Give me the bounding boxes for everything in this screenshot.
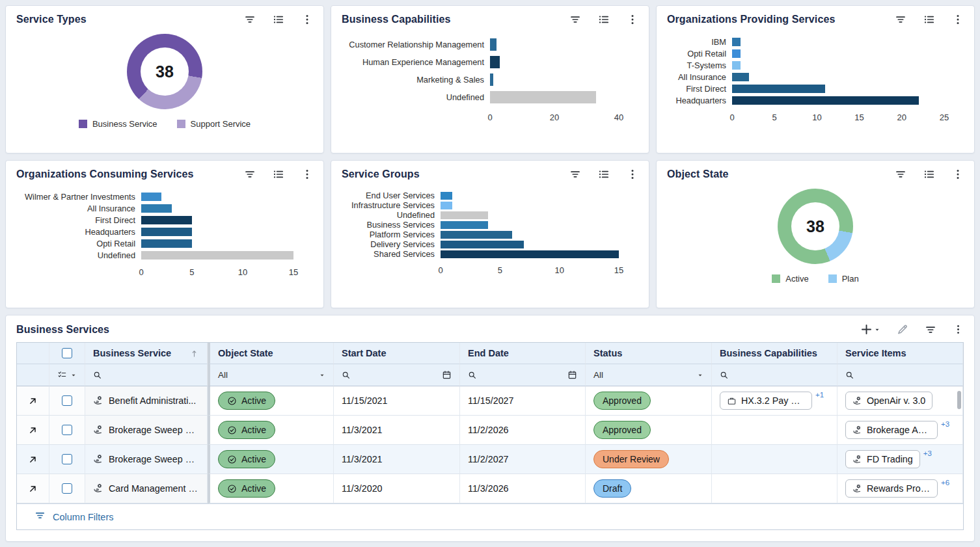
bar[interactable] — [490, 38, 497, 51]
bar[interactable] — [141, 216, 192, 224]
add-button[interactable] — [860, 323, 880, 336]
donut-ring[interactable]: 38 — [778, 189, 853, 264]
more-count-badge[interactable]: +1 — [815, 391, 824, 399]
column-header-service_items[interactable]: Service Items — [837, 343, 963, 364]
kebab-icon[interactable] — [627, 14, 638, 25]
bar[interactable] — [732, 38, 741, 46]
filter-end[interactable] — [460, 364, 586, 386]
filter-select[interactable] — [49, 364, 85, 386]
kebab-icon[interactable] — [627, 168, 638, 180]
bar[interactable] — [490, 73, 493, 86]
select-all-checkbox[interactable] — [62, 348, 72, 358]
vertical-scrollbar[interactable] — [957, 391, 961, 409]
list-icon[interactable] — [598, 14, 610, 25]
donut-ring[interactable]: 38 — [127, 34, 202, 109]
bar[interactable] — [141, 193, 161, 201]
object-state-pill[interactable]: Active — [218, 479, 275, 498]
bar[interactable] — [441, 250, 619, 258]
status-pill[interactable]: Draft — [593, 479, 631, 498]
filter-button[interactable] — [925, 324, 936, 336]
filter-name[interactable] — [85, 364, 208, 386]
service-item-chip[interactable]: OpenAir v. 3.0 — [845, 392, 932, 410]
bar[interactable] — [732, 49, 741, 58]
service-item-chip[interactable]: Rewards Progr... — [845, 479, 938, 498]
expand-row-button[interactable] — [17, 474, 49, 503]
row-checkbox[interactable] — [62, 425, 72, 435]
bar[interactable] — [441, 231, 512, 239]
list-icon[interactable] — [273, 168, 284, 180]
object-state-pill[interactable]: Active — [218, 450, 275, 468]
bar[interactable] — [141, 228, 192, 236]
bar[interactable] — [732, 96, 919, 105]
more-count-badge[interactable]: +6 — [941, 479, 949, 487]
bar[interactable] — [141, 239, 192, 248]
list-icon[interactable] — [598, 168, 610, 180]
column-filters-button[interactable]: Column Filters — [17, 503, 963, 529]
row-checkbox[interactable] — [62, 454, 72, 464]
filter-icon[interactable] — [895, 14, 906, 25]
filter-capabilities[interactable] — [712, 364, 837, 386]
bar[interactable] — [732, 85, 825, 93]
business-service-name[interactable]: Brokerage Sweep O... — [109, 454, 199, 464]
capability-chip[interactable]: HX.3.2 Pay Man... — [720, 392, 812, 410]
arrow-ne-icon[interactable] — [28, 484, 38, 494]
bar[interactable] — [490, 91, 596, 103]
kebab-icon[interactable] — [301, 14, 313, 25]
filter-service_items[interactable] — [837, 364, 963, 386]
bar[interactable] — [441, 241, 524, 248]
category-label: Undefined — [342, 92, 490, 102]
arrow-ne-icon[interactable] — [28, 455, 38, 464]
expand-row-button[interactable] — [17, 386, 49, 416]
edit-button[interactable] — [897, 324, 908, 336]
bar[interactable] — [441, 202, 452, 209]
business-service-name[interactable]: Card Management 1.0 — [109, 483, 199, 494]
bar[interactable] — [732, 61, 741, 70]
bar[interactable] — [490, 56, 500, 68]
bar[interactable] — [441, 192, 452, 200]
object-state-pill[interactable]: Active — [218, 421, 275, 439]
kebab-icon[interactable] — [952, 14, 964, 25]
bar[interactable] — [141, 251, 293, 260]
service-item-chip[interactable]: FD Trading — [845, 450, 920, 468]
column-header-object_state[interactable]: Object State — [208, 343, 334, 364]
filter-start[interactable] — [334, 364, 460, 386]
filter-object_state[interactable]: All — [208, 364, 334, 386]
column-header-start[interactable]: Start Date — [334, 343, 460, 364]
more-count-badge[interactable]: +3 — [923, 449, 932, 457]
service-item-chip[interactable]: Brokerage Acc... — [845, 421, 938, 439]
status-pill[interactable]: Approved — [593, 392, 651, 410]
expand-row-button[interactable] — [17, 445, 49, 474]
row-checkbox[interactable] — [62, 395, 72, 406]
object-state-pill[interactable]: Active — [218, 392, 275, 410]
status-pill[interactable]: Under Review — [593, 450, 669, 468]
list-icon[interactable] — [923, 168, 935, 180]
column-header-capabilities[interactable]: Business Capabilities — [712, 343, 837, 364]
row-checkbox[interactable] — [62, 483, 72, 494]
filter-icon[interactable] — [244, 14, 256, 25]
table-menu-button[interactable] — [953, 324, 964, 335]
filter-icon[interactable] — [895, 168, 906, 180]
business-service-name[interactable]: Brokerage Sweep O... — [109, 425, 199, 435]
expand-row-button[interactable] — [17, 416, 49, 445]
kebab-icon[interactable] — [952, 168, 964, 180]
filter-status[interactable]: All — [586, 364, 712, 386]
column-header-status[interactable]: Status — [586, 343, 712, 364]
kebab-icon[interactable] — [301, 168, 313, 180]
list-icon[interactable] — [273, 14, 284, 25]
bar[interactable] — [441, 211, 488, 219]
bar[interactable] — [141, 204, 172, 213]
bar[interactable] — [732, 73, 749, 81]
bar[interactable] — [441, 221, 488, 229]
filter-icon[interactable] — [244, 168, 256, 180]
sort-asc-icon[interactable] — [189, 349, 199, 358]
arrow-ne-icon[interactable] — [28, 396, 38, 406]
status-pill[interactable]: Approved — [593, 421, 651, 439]
filter-icon[interactable] — [569, 14, 581, 25]
more-count-badge[interactable]: +3 — [941, 420, 949, 428]
list-icon[interactable] — [923, 14, 935, 25]
column-header-end[interactable]: End Date — [460, 343, 586, 364]
business-service-name[interactable]: Benefit Administrati... — [109, 395, 196, 406]
column-header-name[interactable]: Business Service — [85, 343, 208, 364]
arrow-ne-icon[interactable] — [28, 425, 38, 435]
filter-icon[interactable] — [569, 168, 581, 180]
